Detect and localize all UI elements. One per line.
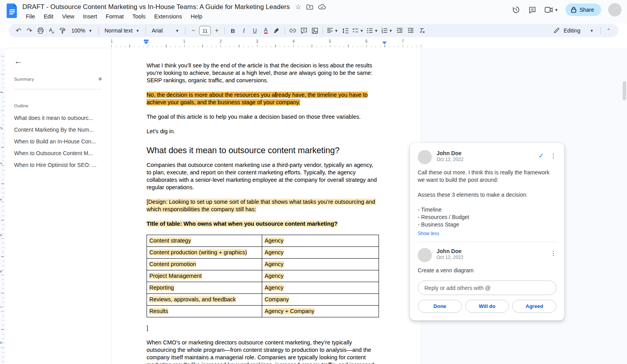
line-spacing-button[interactable] [340,25,350,36]
table-cell[interactable]: Reporting [147,282,262,294]
google-docs-logo-icon[interactable] [7,4,18,18]
insert-link-button[interactable] [288,25,298,36]
vertical-scrollbar[interactable] [623,81,626,100]
doc-paragraph[interactable]: Companies that outsource content marketi… [147,161,379,191]
zoom-select[interactable]: 100%▼ [68,25,96,36]
table-row[interactable]: Content production (writing + graphics) … [147,247,379,259]
italic-button[interactable]: I [239,25,249,36]
doc-table-title[interactable]: TItle of table: Who owns what when you o… [147,220,379,228]
highlight-color-button[interactable] [272,25,282,36]
table-cell[interactable]: Agency [262,235,379,247]
comment-options-icon[interactable]: ⋮ [550,152,556,159]
doc-paragraph[interactable]: When CMO’s or marketing directors outsou… [147,339,379,364]
table-cell[interactable]: Content strategy [147,235,262,247]
table-row[interactable]: Reviews, approvals, and feedback Company [147,294,379,306]
menu-format[interactable]: Format [102,13,127,20]
close-sidebar-button[interactable]: ← [14,56,23,66]
table-cell[interactable]: Agency [262,259,379,270]
outline-item[interactable]: When to Outsource Content M... [14,150,102,156]
menu-extensions[interactable]: Extensions [151,13,186,20]
doc-design-note[interactable]: [Design: Looking to set up some sort of … [147,198,379,213]
insert-image-button[interactable] [310,25,320,36]
table-cell[interactable]: Agency [262,282,379,294]
paint-format-button[interactable] [57,25,67,36]
menu-view[interactable]: View [58,13,78,20]
reply-input[interactable] [418,281,556,295]
table-row[interactable]: Reporting Agency [147,282,379,294]
table-cell[interactable]: Content promotion [147,259,262,270]
doc-paragraph[interactable]: ] [147,324,379,332]
add-comment-button[interactable] [299,25,309,36]
ownership-table[interactable]: Content strategy Agency Content producti… [147,235,379,317]
outline-item[interactable]: When to Build an In-House Con... [14,139,102,144]
add-summary-button[interactable]: + [98,75,102,83]
star-icon[interactable]: ☆ [295,3,301,11]
outline-item[interactable]: Content Marketing By the Num... [14,127,102,132]
redo-button[interactable]: ↷ [24,25,34,36]
menu-insert[interactable]: Insert [80,13,101,20]
table-cell[interactable]: Results [147,306,262,317]
menu-help[interactable]: Help [187,13,206,20]
table-cell[interactable]: Reviews, approvals, and feedback [147,294,262,306]
quick-reply-done-button[interactable]: Done [418,300,462,313]
doc-paragraph[interactable]: What I think you’ll see by the end of th… [147,62,379,84]
table-cell[interactable]: Agency [262,247,379,259]
table-cell[interactable]: Agency [262,270,379,282]
print-button[interactable] [35,25,45,36]
horizontal-ruler[interactable]: 1 1 2 3 4 5 6 7 [111,39,421,48]
right-indent-marker[interactable] [382,42,387,44]
undo-button[interactable]: ↶ [13,25,24,36]
left-indent-marker[interactable] [144,40,149,44]
move-folder-icon[interactable] [306,4,313,10]
comment-thread-card[interactable]: John Doe Oct 12, 2022 ✓ ⋮ Call these out… [410,143,564,321]
chevron-down-icon[interactable]: ▼ [555,8,558,12]
outline-item[interactable]: What does it mean to outsourc... [14,115,102,121]
doc-heading[interactable]: What does it mean to outsource content m… [147,145,379,156]
table-cell[interactable]: Company [262,294,379,306]
menu-file[interactable]: File [22,13,38,20]
quick-reply-willdo-button[interactable]: Will do [465,300,509,313]
account-avatar[interactable] [608,3,622,16]
show-comments-icon[interactable] [528,5,537,14]
increase-indent-button[interactable] [406,25,416,36]
spellcheck-button[interactable] [46,25,56,36]
version-history-icon[interactable] [511,5,521,14]
checklist-button[interactable]: ▼ [351,25,365,36]
table-row[interactable]: Content promotion Agency [147,259,379,270]
table-row[interactable]: Content strategy Agency [147,235,379,247]
increase-font-size-button[interactable]: + [212,25,222,36]
doc-paragraph-highlighted[interactable]: No, the decision is more about the resou… [147,91,379,106]
table-cell[interactable]: Agency + Company [262,306,379,317]
underline-button[interactable]: U [250,25,260,36]
font-size-input[interactable]: 11 [199,26,211,35]
text-color-button[interactable]: A [261,25,271,36]
comment-options-icon[interactable]: ⋮ [550,250,556,257]
document-page[interactable]: What I think you’ll see by the end of th… [111,48,421,364]
cloud-saved-icon[interactable] [318,4,326,10]
outline-item[interactable]: When to Hire Optimist for SEO: ... [14,162,102,168]
document-title[interactable]: DRAFT - Outsource Content Marketing vs I… [22,3,290,11]
editing-mode-select[interactable]: Editing ▼ [549,27,598,34]
decrease-font-size-button[interactable]: − [188,25,198,36]
table-cell[interactable]: Project Management [147,270,262,282]
table-row[interactable]: Results Agency + Company [147,306,379,317]
join-call-button[interactable]: ▼ [544,6,558,13]
numbered-list-button[interactable]: ▼ [380,25,394,36]
doc-paragraph[interactable]: Let’s dig in. [147,128,379,135]
doc-paragraph[interactable]: The goal of this article is to help you … [147,113,379,121]
hide-menus-button[interactable]: ⌃ [603,25,614,36]
clear-formatting-button[interactable] [417,25,427,36]
share-button[interactable]: Share [565,4,601,16]
paragraph-style-select[interactable]: Normal text▼ [101,25,143,36]
align-button[interactable]: ▼ [326,25,339,36]
show-less-link[interactable]: Show less [418,231,439,236]
table-cell[interactable]: Content production (writing + graphics) [147,247,262,259]
menu-edit[interactable]: Edit [40,13,57,20]
resolve-comment-icon[interactable]: ✓ [538,152,544,160]
table-row[interactable]: Project Management Agency [147,270,379,282]
menu-tools[interactable]: Tools [129,13,149,20]
quick-reply-agreed-button[interactable]: Agreed [512,300,556,313]
bold-button[interactable]: B [228,25,238,36]
font-select[interactable]: Arial▼ [149,25,182,36]
decrease-indent-button[interactable] [395,25,405,36]
